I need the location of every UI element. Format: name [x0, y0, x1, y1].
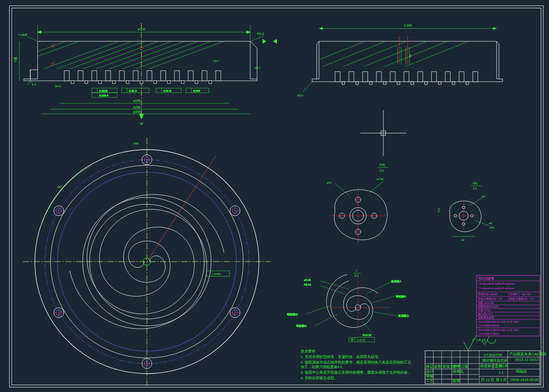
svg-text:加工，轮廓刀现检重修K3。: 加工，轮廓刀现检重修K3。 [301, 365, 346, 369]
svg-text:Y=a[sinθ−θ·cosθ]+R·sinθ+e·t: Y=a[sinθ−θ·cosθ]+R·sinθ+e·t [479, 287, 515, 290]
svg-point-14 [51, 63, 54, 66]
svg-text:等距线M: 等距线M [296, 325, 307, 327]
svg-marker-58 [319, 27, 323, 30]
svg-marker-38 [263, 39, 266, 44]
svg-text:比例: 比例 [501, 364, 508, 368]
dim-r27: R2.7 [255, 67, 261, 69]
top-right-section: 6.085 58 R3.5 [285, 0, 549, 97]
dim-d300: ø300 [133, 110, 140, 113]
svg-rect-8 [154, 81, 157, 84]
svg-rect-48 [438, 82, 441, 84]
svg-line-144 [372, 296, 395, 303]
svg-text:导程: P=11: 导程: P=11 [478, 309, 491, 312]
svg-rect-46 [411, 82, 414, 84]
svg-text:系数: a=10.85: 系数: a=10.85 [478, 302, 494, 304]
svg-text:处数: 处数 [434, 364, 442, 369]
dim-r07: R0.7 [213, 60, 219, 62]
svg-text:R10.52: R10.52 [363, 334, 372, 336]
svg-text:2013.12.10/12: 2013.12.10/12 [515, 358, 539, 362]
svg-text:日期: 日期 [461, 364, 468, 369]
svg-text:设计: 设计 [426, 370, 433, 374]
view-i: I [356, 269, 357, 272]
gdt4: 0.01 B [163, 90, 171, 92]
svg-rect-44 [383, 82, 386, 84]
svg-line-60 [303, 82, 312, 92]
dim-d200: ø200 [133, 99, 140, 102]
svg-rect-45 [397, 82, 400, 84]
svg-rect-9 [168, 81, 170, 84]
svg-text:审核: 审核 [426, 374, 433, 378]
svg-line-128 [475, 220, 489, 226]
svg-text:基圆半径R=2.379: 基圆半径R=2.379 [478, 305, 499, 308]
dim-44: 44 [461, 239, 465, 241]
scale-21: 2:1 [473, 187, 477, 190]
svg-rect-4 [99, 81, 101, 84]
tech-requirements: 技术要求: 1. 毛坯采用砂型铸造，直退时效，表面喷丸处理。 2. 端面涡体等动… [300, 349, 411, 380]
svg-rect-49 [452, 82, 455, 84]
svg-line-140 [305, 305, 331, 314]
svg-text:Ym=2.389+2.33sinθ: Ym=2.389+2.33sinθ [479, 332, 499, 335]
dim-h58: 58 [409, 54, 412, 57]
svg-rect-41 [342, 82, 345, 84]
svg-rect-50 [466, 82, 469, 84]
svg-text:等距线N': 等距线N' [396, 295, 406, 298]
flange-detail: ø22 ø4.66 [327, 178, 387, 243]
dim-r35: R3.5 [297, 94, 303, 97]
svg-line-21 [250, 36, 264, 41]
svg-line-22 [28, 37, 38, 41]
gdt1: 0.9825 [99, 90, 108, 92]
svg-rect-6 [126, 81, 129, 84]
svg-text:标准化: 标准化 [452, 370, 464, 374]
svg-text:共 11 页  第 4 页: 共 11 页 第 4 页 [481, 378, 507, 382]
scale-31-b: 3:1 [354, 274, 359, 277]
dim-chamfer: 4:1倒角 [18, 34, 28, 36]
gdt5: 0.006 [193, 90, 201, 92]
svg-rect-7 [140, 81, 143, 84]
svg-text:HT200/T25: HT200/T25 [484, 353, 503, 357]
svg-text:偏心距e=0.5: 偏心距e=0.5 [478, 312, 493, 315]
svg-text:R8.62: R8.62 [304, 283, 312, 286]
svg-rect-5 [112, 81, 115, 84]
dim-d33: ø33 [489, 226, 494, 229]
detail-ii: II向 2:1 R4 ø6 ø33 5.8 44 [437, 182, 494, 241]
gdt-circle: 0.005 [214, 273, 221, 275]
svg-text:Xm=2.668+6.83cosθ  外轮工位号: 1563: Xm=2.668+6.83cosθ 外轮工位号: 1563 [479, 320, 519, 323]
top-left-section: ø253 R3.2 4:1倒角 65 ø9 R0.3 R0.7 R2.7 1.2… [0, 0, 312, 125]
svg-text:Ym=2.389+6.83sinθ: Ym=2.389+6.83sinθ [479, 324, 499, 327]
svg-marker-20 [246, 31, 250, 34]
svg-text:材质标记: 材质标记 [480, 364, 495, 368]
svg-text:技术要求:: 技术要求: [300, 349, 316, 353]
crosshair-marker: P向 3:1 [360, 110, 406, 172]
svg-text:明细表: 明细表 [516, 370, 527, 374]
circle-spiral-view: 60° 144 0.005 [23, 138, 271, 386]
svg-line-118 [370, 181, 383, 193]
roughness-global: √¯ 1.6 (√) [464, 336, 496, 350]
svg-text:基准圆心: 基准圆心 [398, 314, 409, 317]
svg-rect-43 [370, 82, 372, 84]
spiral-detail: I 3:1 R8.62 ø5.06 等距线M 等距线M' 基准线A 等距线N' … [287, 269, 409, 342]
svg-line-117 [335, 184, 349, 195]
gdt3: 0.02 A [129, 90, 137, 92]
svg-text:2. 端面涡体等动态轴开机的要求，规定采用特殊刀具及双面铣削: 2. 端面涡体等动态轴开机的要求，规定采用特殊刀具及双面铣削工艺 [301, 360, 411, 364]
svg-text:基准线A: 基准线A [391, 280, 401, 283]
svg-marker-59 [493, 27, 497, 30]
svg-marker-39 [273, 39, 277, 44]
gdt2: 0.006 A [99, 94, 108, 97]
dim-d466: ø4.66 [376, 178, 384, 180]
svg-rect-47 [425, 82, 427, 84]
svg-text:压缩终了: θ₂=−63°: 压缩终了: θ₂=−63° [510, 292, 531, 296]
svg-text:1. 毛坯采用砂型铸造，直退时效，表面喷丸处理。: 1. 毛坯采用砂型铸造，直退时效，表面喷丸处理。 [301, 355, 382, 359]
label-ii: II向 [473, 182, 478, 185]
svg-rect-1 [30, 70, 38, 79]
dim-h58b: 5.8 [437, 208, 440, 212]
dim-d6: ø6 [489, 222, 493, 224]
svg-line-146 [374, 312, 397, 316]
dim-60deg: 60° [57, 185, 62, 189]
dim-len: 6.085 [404, 24, 412, 27]
dim-d260: ø260 [133, 106, 140, 109]
svg-line-136 [320, 281, 349, 289]
gdt-spiral: 0.05 B [357, 339, 365, 342]
svg-text:签字: 签字 [453, 364, 460, 369]
svg-text:涡轮增压器壳体: 涡轮增压器壳体 [482, 358, 508, 363]
svg-text:ø5.06: ø5.06 [304, 279, 311, 281]
